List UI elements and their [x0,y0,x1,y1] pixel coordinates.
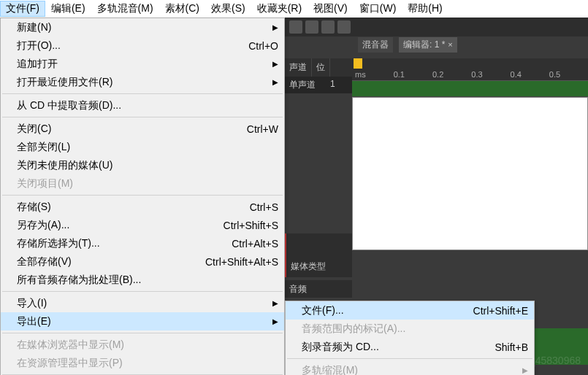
chevron-right-icon: ▶ [272,60,278,68]
export-burn-cd[interactable]: 刻录音频为 CD...Shift+B [286,338,534,356]
menu-file[interactable]: 文件(F) [0,1,45,17]
tool-button[interactable] [305,20,318,34]
timeline: ms0.10.20.30.40.5 [352,58,588,250]
menu-export[interactable]: 导出(E)▶ [1,312,284,330]
playhead-marker[interactable] [354,58,362,69]
menu-close[interactable]: 关闭(C)Ctrl+W [1,120,284,138]
export-mixdown: 多轨缩混(M)▶ [286,361,534,375]
tool-button[interactable] [289,20,302,34]
separator [2,195,283,196]
toolbar [285,18,588,36]
chevron-right-icon: ▶ [272,299,278,307]
audio-track[interactable] [352,81,588,97]
menu-save[interactable]: 存储(S)Ctrl+S [1,198,284,216]
menu-multitrack[interactable]: 多轨混音(M) [91,1,159,17]
audio-panel-label: 音频 [285,280,352,298]
separator [2,291,283,292]
col-pos: 位 [312,58,330,77]
menu-save-batch[interactable]: 所有音频存储为批处理(B)... [1,271,284,289]
tool-button[interactable] [337,20,351,34]
tab-mixer[interactable]: 混音器 [358,37,393,53]
panel-tabs: 混音器 编辑器: 1 *× [358,36,457,53]
waveform-area[interactable] [352,97,588,250]
menu-help[interactable]: 帮助(H) [402,1,448,17]
menu-open[interactable]: 打开(O)...Ctrl+O [1,36,284,55]
time-ruler[interactable]: ms0.10.20.30.40.5 [352,69,588,81]
file-menu: 新建(N)▶ 打开(O)...Ctrl+O 追加打开▶ 打开最近使用文件(R)▶… [0,18,285,375]
menu-window[interactable]: 窗口(W) [354,1,402,17]
track-header-column: 声道位 单声道1 [285,58,352,93]
media-panel: 媒体类型 [285,233,352,277]
menu-view[interactable]: 视图(V) [308,1,354,17]
chevron-right-icon: ▶ [272,23,278,31]
menu-close-unused[interactable]: 关闭未使用的媒体(U) [1,156,284,174]
menu-close-all[interactable]: 全部关闭(L) [1,138,284,156]
menu-effects[interactable]: 效果(S) [205,1,251,17]
separator [2,93,283,94]
menu-close-project: 关闭项目(M) [1,174,284,193]
menu-append-open[interactable]: 追加打开▶ [1,55,284,73]
menu-extract-cd[interactable]: 从 CD 中提取音频(D)... [1,96,284,115]
export-markers: 音频范围内的标记(A)... [286,320,534,338]
chevron-right-icon: ▶ [272,78,278,86]
tab-editor[interactable]: 编辑器: 1 *× [399,37,457,53]
separator [2,117,283,117]
chevron-right-icon: ▶ [522,366,528,374]
menu-save-selection[interactable]: 存储所选择为(T)...Ctrl+Alt+S [1,234,284,252]
menu-save-as[interactable]: 另存为(A)...Ctrl+Shift+S [1,216,284,234]
export-submenu: 文件(F)...Ctrl+Shift+E 音频范围内的标记(A)... 刻录音频… [285,301,535,375]
close-icon[interactable]: × [448,40,452,49]
menu-recent[interactable]: 打开最近使用文件(R)▶ [1,73,284,91]
chevron-right-icon: ▶ [272,317,278,325]
menu-show-media-browser: 在媒体浏览器中显示(M) [1,336,284,354]
separator [2,333,283,333]
menu-new[interactable]: 新建(N)▶ [1,18,284,36]
track-mono-label: 单声道 [289,79,316,91]
menubar: 文件(F) 编辑(E) 多轨混音(M) 素材(C) 效果(S) 收藏夹(R) 视… [0,0,588,18]
menu-save-all[interactable]: 全部存储(V)Ctrl+Shift+Alt+S [1,252,284,271]
menu-favorites[interactable]: 收藏夹(R) [251,1,308,17]
export-file[interactable]: 文件(F)...Ctrl+Shift+E [286,301,534,320]
menu-import[interactable]: 导入(I)▶ [1,294,284,312]
col-channel: 声道 [285,58,312,77]
tool-button[interactable] [321,20,335,34]
menu-edit[interactable]: 编辑(E) [45,1,91,17]
media-type-label: 媒体类型 [291,260,326,273]
track-mono-val: 1 [330,79,335,91]
menu-show-explorer: 在资源管理器中显示(P) [1,354,284,372]
separator [287,358,532,359]
menu-clip[interactable]: 素材(C) [159,1,205,17]
